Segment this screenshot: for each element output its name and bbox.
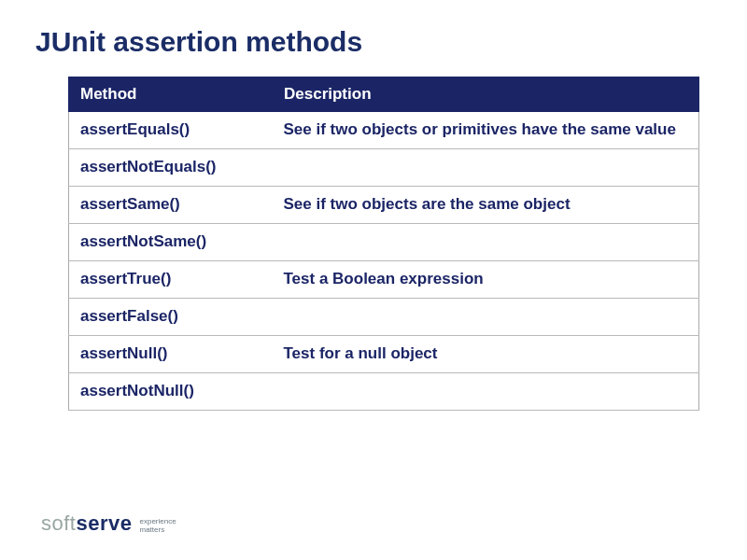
table-row: assertNotEquals() [69, 148, 699, 186]
table-row: assertSame() See if two objects are the … [69, 186, 699, 223]
header-description: Description [273, 77, 699, 112]
slide: JUnit assertion methods Method Descripti… [0, 0, 747, 560]
table-row: assertEquals() See if two objects or pri… [69, 112, 699, 149]
table-row: assertNotSame() [69, 223, 699, 260]
cell-description [273, 372, 699, 410]
table-row: assertNull() Test for a null object [69, 335, 699, 372]
table-row: assertNotNull() [69, 372, 699, 410]
cell-method: assertSame() [69, 186, 273, 223]
cell-description: Test for a null object [273, 335, 699, 372]
cell-method: assertNotEquals() [69, 148, 273, 186]
cell-method: assertNull() [69, 335, 273, 372]
page-title: JUnit assertion methods [35, 26, 706, 58]
table-row: assertFalse() [69, 298, 699, 335]
logo-soft: softserve [41, 511, 132, 536]
tagline-line1: experience [139, 517, 176, 525]
cell-description [273, 148, 699, 186]
methods-table: Method Description assertEquals() See if… [68, 77, 699, 411]
cell-description: Test a Boolean expression [273, 260, 699, 298]
cell-description: See if two objects are the same object [273, 186, 699, 223]
logo-serve-text: serve [76, 511, 132, 535]
cell-description [273, 298, 699, 335]
cell-method: assertFalse() [69, 298, 273, 335]
cell-method: assertTrue() [69, 260, 273, 298]
header-method: Method [69, 77, 273, 112]
cell-description: See if two objects or primitives have th… [273, 112, 699, 149]
logo-tagline: experience matters [139, 518, 176, 535]
logo-soft-text: soft [41, 511, 76, 535]
cell-method: assertNotNull() [69, 372, 273, 410]
cell-method: assertEquals() [69, 112, 273, 149]
footer-logo: softserve experience matters [41, 511, 176, 536]
table-row: assertTrue() Test a Boolean expression [69, 260, 699, 298]
cell-description [273, 223, 699, 260]
cell-method: assertNotSame() [69, 223, 273, 260]
tagline-line2: matters [139, 525, 164, 534]
table-header-row: Method Description [69, 77, 699, 112]
